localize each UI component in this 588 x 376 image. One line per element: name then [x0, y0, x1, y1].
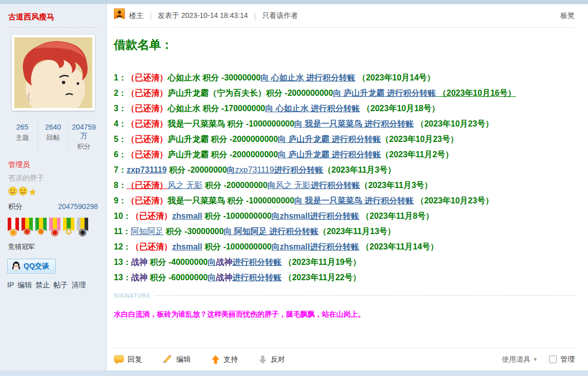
star-icon: ★	[29, 188, 36, 197]
transfer-link[interactable]: 向zhsmall进行积分转账	[272, 242, 359, 251]
post-text: 战神	[131, 258, 148, 266]
post-text: 庐山升龙霸（宁为百夫长）积分 -2000000000	[168, 89, 333, 97]
post-text: （已还清）	[131, 212, 172, 220]
post-line: 5：（已还清）庐山升龙霸 积分 -2000000000向 庐山升龙霸 进行积分转…	[114, 132, 575, 147]
use-props-dropdown[interactable]: 使用道具 ▼	[502, 355, 538, 364]
qq-chat-button[interactable]: QQ交谈	[7, 259, 56, 274]
author-custom-title: 苍凉的胖子	[8, 174, 99, 183]
signature-divider	[155, 295, 575, 296]
stat-value[interactable]: 265	[8, 123, 36, 132]
reply-label: 回复	[128, 355, 142, 364]
edit-label: 编辑	[176, 355, 191, 364]
post-text: （2023年11月3号）	[360, 181, 432, 190]
transfer-link[interactable]: 阿知阿足	[131, 227, 164, 236]
transfer-link[interactable]: zhsmall	[172, 242, 202, 251]
manage-control: 管理	[549, 355, 575, 364]
transfer-link[interactable]: 向 心如止水 进行积分转账	[260, 73, 355, 82]
score-label: 积分	[8, 202, 23, 212]
transfer-link[interactable]: 向	[227, 165, 235, 174]
post-text: （已还清）	[127, 89, 168, 97]
floor-author-icon	[114, 8, 125, 23]
only-author-link[interactable]: 只看该作者	[262, 11, 298, 20]
post-line: 13：战神 积分 -60000000向战神进行积分转账 （2023年11月22号…	[114, 270, 575, 285]
post-text: 12：	[114, 242, 131, 251]
stat-value[interactable]: 2640	[39, 123, 67, 132]
transfer-link[interactable]: 进行积分转账	[232, 273, 281, 282]
transfer-link[interactable]: 向	[208, 258, 216, 266]
transfer-link[interactable]: 向 我是一只菜菜鸟 进行积分转账	[294, 119, 414, 128]
reply-button[interactable]: 回复	[114, 355, 142, 364]
transfer-link[interactable]: 进行积分转账	[232, 258, 281, 266]
post-text: 积分 -200000000	[202, 181, 267, 190]
divider: |	[150, 12, 152, 20]
post-text: 13：	[114, 258, 131, 266]
admin-link[interactable]: 清理	[71, 281, 86, 290]
stat-value[interactable]: 204759万	[70, 123, 98, 140]
post-text: 10：	[114, 212, 131, 220]
post-text: 心如止水 积分 -170000000	[168, 104, 265, 113]
support-button[interactable]: 支持	[211, 355, 238, 364]
medals: ◉✺✹◉✡◉	[7, 218, 99, 239]
post-text: 积分 -1000000000	[202, 242, 271, 251]
oppose-button[interactable]: 反对	[258, 355, 285, 364]
transfer-link[interactable]: 向 我是一只菜菜鸟 进行积分转账	[294, 196, 414, 205]
post-text: （2023年11月2号）	[381, 150, 453, 159]
transfer-link[interactable]: 向	[208, 273, 216, 282]
transfer-link[interactable]: zxp731119	[235, 165, 274, 174]
post-text: （已还清）	[127, 150, 168, 159]
post-text: 5：	[114, 135, 127, 143]
post-text: （2023年10月23号）	[381, 135, 458, 143]
post-text: 13：	[114, 273, 131, 282]
edit-button[interactable]: 编辑	[163, 355, 191, 364]
smiley-icon	[18, 186, 28, 198]
avatar[interactable]	[12, 35, 95, 111]
signature-label: SIGNATURE	[114, 293, 151, 299]
transfer-link[interactable]: 向 庐山升龙霸 进行积分转账	[278, 150, 381, 159]
transfer-link[interactable]: 进行积分转账	[274, 165, 323, 174]
post-entries: 1：（已还清）心如止水 积分 -30000000向 心如止水 进行积分转账 （2…	[114, 70, 575, 285]
post-line: 12：（已还清）zhsmall 积分 -1000000000向zhsmall进行…	[114, 239, 575, 255]
post-text: 积分 -60000000	[148, 273, 208, 282]
stat-cell: 265主题	[7, 122, 37, 152]
post-text: 8：	[114, 181, 127, 190]
admin-link[interactable]: IP	[7, 281, 14, 290]
transfer-link[interactable]: 向 阿知阿足 进行积分转账	[224, 227, 318, 236]
post-text: 积分 -30000000	[164, 227, 224, 236]
use-props-label: 使用道具	[502, 355, 531, 364]
chevron-down-icon: ▼	[533, 357, 538, 362]
post-text: （2023年11月3号）	[323, 165, 396, 174]
avatar-image	[14, 37, 92, 108]
posted-at: 发表于 2023-10-14 18:43:14	[158, 11, 248, 20]
pencil-icon	[163, 355, 173, 364]
manage-checkbox[interactable]	[549, 356, 557, 363]
transfer-link[interactable]: zxp731119	[127, 165, 167, 174]
post-line: 11：阿知阿足 积分 -30000000向 阿知阿足 进行积分转账（2023年1…	[114, 224, 575, 239]
post-text: （2023年10月23号）	[414, 119, 494, 128]
transfer-link[interactable]: 进行积分转账	[311, 181, 360, 190]
medal-icon: ✹	[35, 218, 47, 239]
transfer-link[interactable]: 向 心如止水 进行积分转账	[265, 104, 360, 113]
transfer-link[interactable]: 向	[268, 181, 276, 190]
transfer-link[interactable]: （2023年10月16号）	[438, 89, 516, 97]
admin-link[interactable]: 禁止	[35, 281, 50, 290]
admin-link[interactable]: 帖子	[53, 281, 68, 290]
transfer-link[interactable]: （已还清）	[127, 181, 168, 190]
transfer-link[interactable]: 风之 无影	[276, 181, 311, 190]
author-sidebar: 古道西风瘦马 265主题2640回帖204759万积分 管理员 苍凉的胖子	[0, 4, 107, 370]
score-value[interactable]: 2047590298	[58, 202, 98, 212]
up-arrow-icon	[211, 355, 220, 364]
transfer-link[interactable]: 向 庐山升龙霸 进行积分转账	[278, 135, 381, 143]
post-text: 6：	[114, 150, 127, 159]
admin-link[interactable]: 编辑	[17, 281, 32, 290]
transfer-link[interactable]: 风之 无影	[168, 181, 202, 190]
divider: |	[254, 12, 256, 20]
transfer-link[interactable]: 向 庐山升龙霸 进行积分转账	[333, 89, 438, 97]
post-line: 10：（已还清）zhsmall 积分 -1000000000向zhsmall进行…	[114, 208, 575, 224]
signature-text: 水白白流淌，板砖为谁乱放？这样美丽而忧伤的胖子，腿毛飘飘，站在山岗上。	[114, 310, 575, 319]
floor-name-link[interactable]: 板凳	[560, 11, 575, 20]
transfer-link[interactable]: zhsmall	[172, 212, 202, 220]
transfer-link[interactable]: 向zhsmall进行积分转账	[272, 212, 359, 220]
post-line: 8：（已还清）风之 无影 积分 -200000000向风之 无影进行积分转账（2…	[114, 178, 575, 193]
medal-title: 竞猜冠军	[8, 242, 99, 252]
author-username[interactable]: 古道西风瘦马	[7, 9, 99, 27]
